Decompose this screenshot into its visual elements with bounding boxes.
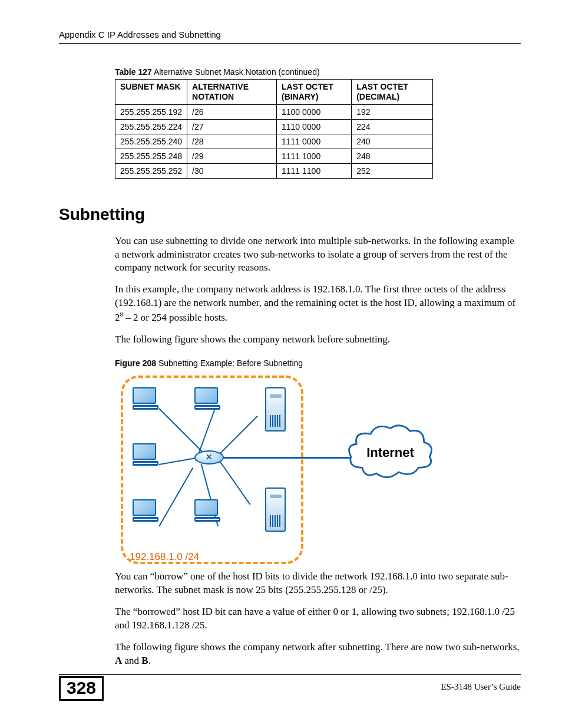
col-subnet-mask: SUBNET MASK	[115, 80, 187, 105]
col-alt-notation: ALTERNATIVE NOTATION	[187, 80, 277, 105]
cell: 252	[352, 163, 433, 178]
col-last-octet-binary: LAST OCTET (BINARY)	[276, 80, 351, 105]
footer-guide-name: ES-3148 User’s Guide	[441, 678, 521, 692]
cell: 1100 0000	[276, 104, 351, 119]
text-run: The following figure shows the company n…	[115, 641, 520, 653]
table-caption: Table 127 Alternative Subnet Mask Notati…	[115, 67, 521, 77]
cell: 255.255.255.224	[115, 119, 187, 134]
cell: 248	[352, 149, 433, 163]
cell: 255.255.255.252	[115, 163, 187, 178]
router-icon	[194, 450, 224, 465]
cell: 1110 0000	[276, 119, 351, 134]
cell: 255.255.255.240	[115, 134, 187, 149]
figure-caption: Figure 208 Subnetting Example: Before Su…	[115, 358, 521, 368]
cell: /30	[187, 163, 277, 178]
subnet-mask-table: SUBNET MASK ALTERNATIVE NOTATION LAST OC…	[115, 79, 433, 179]
paragraph: The following figure shows the company n…	[115, 641, 521, 668]
page-footer: 328 ES-3148 User’s Guide	[59, 674, 521, 703]
paragraph: The “borrowed” host ID bit can have a va…	[115, 605, 521, 633]
bold-b: B	[141, 655, 148, 666]
computer-icon	[133, 387, 162, 417]
cell: 1111 0000	[276, 134, 351, 149]
figure-number: Figure 208	[115, 358, 156, 368]
text-run: .	[148, 655, 151, 666]
cell: /28	[187, 134, 277, 149]
cell: /29	[187, 149, 277, 163]
text-run: and	[122, 655, 141, 666]
cell: 255.255.255.192	[115, 104, 187, 119]
section-heading: Subnetting	[59, 205, 521, 224]
server-icon	[265, 487, 286, 532]
computer-icon	[133, 499, 162, 529]
figure-network-diagram: Internet 192.168.1.0 /24	[115, 373, 445, 570]
cell: 1111 1100	[276, 163, 351, 178]
computer-icon	[194, 499, 224, 529]
table-row: 255.255.255.192 /26 1100 0000 192	[115, 104, 433, 119]
computer-icon	[194, 387, 224, 417]
wire	[218, 457, 351, 459]
cell: /27	[187, 119, 277, 134]
table-row: 255.255.255.248 /29 1111 1000 248	[115, 149, 433, 163]
cell: 255.255.255.248	[115, 149, 187, 163]
bold-a: A	[115, 655, 122, 666]
paragraph: In this example, the company network add…	[115, 283, 521, 324]
cloud-icon: Internet	[345, 423, 436, 485]
table-number: Table 127	[115, 67, 152, 77]
paragraph: You can use subnetting to divide one net…	[115, 235, 521, 275]
server-icon	[265, 387, 286, 431]
cell: /26	[187, 104, 277, 119]
page-header: Appendix C IP Addresses and Subnetting	[59, 29, 521, 44]
page-number: 328	[59, 676, 104, 701]
cell: 192	[352, 104, 433, 119]
cell: 1111 1000	[276, 149, 351, 163]
table-row: 255.255.255.240 /28 1111 0000 240	[115, 134, 433, 149]
table-row: 255.255.255.224 /27 1110 0000 224	[115, 119, 433, 134]
table-title: Alternative Subnet Mask Notation (contin…	[152, 67, 320, 77]
figure-title: Subnetting Example: Before Subnetting	[156, 358, 303, 368]
subnet-label: 192.168.1.0 /24	[130, 551, 199, 563]
cloud-label: Internet	[345, 445, 436, 460]
text-run: – 2 or 254 possible hosts.	[123, 312, 227, 323]
paragraph: You can “borrow” one of the host ID bits…	[115, 570, 521, 597]
cell: 224	[352, 119, 433, 134]
col-last-octet-decimal: LAST OCTET (DECIMAL)	[352, 80, 433, 105]
table-row: 255.255.255.252 /30 1111 1100 252	[115, 163, 433, 178]
paragraph: The following figure shows the company n…	[115, 333, 521, 347]
computer-icon	[133, 443, 162, 473]
cell: 240	[352, 134, 433, 149]
